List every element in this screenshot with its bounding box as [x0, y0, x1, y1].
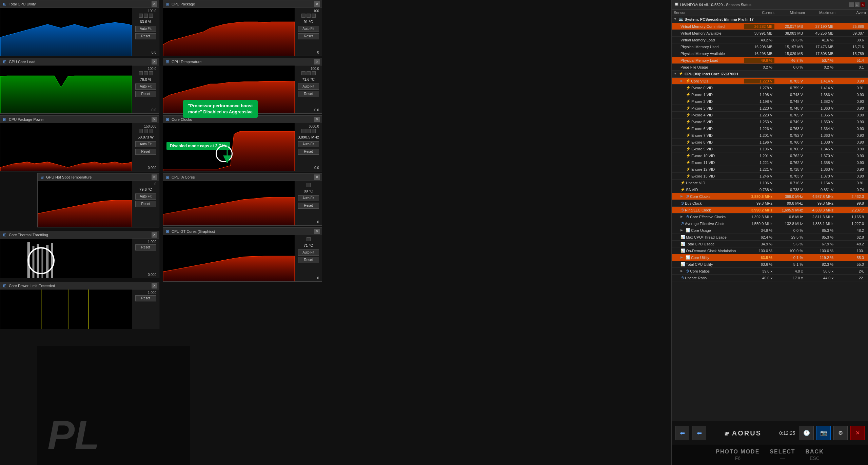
core-effective-clocks-row[interactable]: ▶ ⏱Core Effective Clocks 1,392.3 MHz 0.8… [672, 213, 868, 220]
core-eff-clocks-expand[interactable]: ▶ [680, 215, 685, 219]
core-usage-expand[interactable]: ▶ [680, 228, 685, 232]
check3[interactable] [149, 71, 153, 75]
gpu-core-load-close[interactable]: ✕ [152, 59, 157, 64]
gpu-hotspot-titlebar[interactable]: ⊞ GPU Hot Spot Temperature ✕ [38, 173, 159, 181]
physical-memory-used-row[interactable]: Physical Memory Used 16,208 MB 15,197 MB… [672, 43, 868, 50]
cpu-expand-icon[interactable]: ▼ [674, 72, 678, 76]
check3[interactable] [149, 129, 153, 133]
footer-close-btn[interactable]: ✕ [850, 426, 865, 440]
pcore5-vid-row[interactable]: ⚡P-core 5 VID 1.253 V 0.749 V 1.350 V 0.… [672, 118, 868, 125]
cpu-gt-cores-autofit[interactable]: Auto Fit [298, 249, 319, 256]
average-effective-clock-row[interactable]: ⏱Average Effective Clock 1,550.0 MHz 132… [672, 220, 868, 227]
gpu-temperature-close[interactable]: ✕ [314, 59, 320, 64]
cpu-package-titlebar[interactable]: ⊞ CPU Package ✕ [163, 0, 322, 8]
gpu-core-load-autofit[interactable]: Auto Fit [135, 83, 156, 90]
core-clocks-close[interactable]: ✕ [314, 117, 320, 122]
check2[interactable] [307, 71, 311, 75]
ia-check[interactable] [307, 183, 311, 187]
footer-back-btn[interactable]: ⬅ [675, 426, 689, 440]
cpu-gt-cores-titlebar[interactable]: ⊞ CPU GT Cores (Graphics) ✕ [163, 228, 322, 235]
total-cpu-utility-close[interactable]: ✕ [152, 1, 157, 7]
bus-clock-row[interactable]: ⏱Bus Clock 99.8 MHz 99.8 MHz 99.8 MHz 99… [672, 200, 868, 207]
footer-prev-btn[interactable]: ⬅ [692, 426, 706, 440]
core-clocks-sensor-expand[interactable]: ▶ [680, 194, 685, 199]
core-usage-row[interactable]: ▶ 📊Core Usage 34.9 % 0.0 % 85.3 % 48.2 [672, 227, 868, 234]
pcore3-vid-row[interactable]: ⚡P-core 3 VID 1.223 V 0.748 V 1.363 V 0.… [672, 105, 868, 112]
system-expand-icon[interactable]: ▼ [674, 17, 678, 21]
check2[interactable] [144, 71, 148, 75]
check1[interactable] [301, 14, 305, 18]
virtual-memory-committed-row[interactable]: Virtual Memory Committed 26,282 MB 20,01… [672, 23, 868, 30]
ecore8-vid-row[interactable]: ⚡E-core 8 VID 1.196 V 0.760 V 1.338 V 0.… [672, 139, 868, 146]
core-utility-expand[interactable]: ▶ [680, 256, 685, 260]
check1[interactable] [139, 129, 143, 133]
check2[interactable] [144, 14, 148, 18]
core-ratios-expand[interactable]: ▶ [680, 269, 685, 273]
hwinfo-sensor-table[interactable]: ▼ 💻 System: PCSpecialist Elimina Pro Iii… [672, 16, 868, 421]
ecore6-vid-row[interactable]: ⚡E-core 6 VID 1.226 V 0.763 V 1.364 V 0.… [672, 125, 868, 132]
virtual-memory-available-row[interactable]: Virtual Memory Available 38,991 MB 38,08… [672, 30, 868, 37]
total-cpu-usage-row[interactable]: 📊Total CPU Usage 34.9 % 5.6 % 67.9 % 48.… [672, 241, 868, 247]
gpu-temperature-autofit[interactable]: Auto Fit [298, 83, 319, 90]
check3[interactable] [312, 71, 316, 75]
cpu-package-reset[interactable]: Reset [298, 33, 319, 39]
core-thermal-throttling-titlebar[interactable]: ⊞ Core Thermal Throttling ✕ [0, 231, 159, 239]
check2[interactable] [307, 129, 311, 133]
check3[interactable] [312, 14, 316, 18]
check1[interactable] [139, 14, 143, 18]
gpu-temperature-titlebar[interactable]: ⊞ GPU Temperature ✕ [163, 58, 322, 66]
hwinfo-titlebar[interactable]: 🔲 HWiNFO® 64 v8.10-5520 - Sensors Status… [672, 0, 868, 10]
hwinfo-minimize-btn[interactable]: — [849, 2, 854, 7]
ecore12-vid-row[interactable]: ⚡E-core 12 VID 1.221 V 0.718 V 1.363 V 0… [672, 166, 868, 173]
on-demand-modulation-row[interactable]: 📊On-Demand Clock Modulation 100.0 % 100.… [672, 247, 868, 254]
check3[interactable] [149, 14, 153, 18]
virtual-memory-load-row[interactable]: Virtual Memory Load 40.2 % 30.6 % 41.6 %… [672, 37, 868, 43]
ecore13-vid-row[interactable]: ⚡E-core 13 VID 1.246 V 0.703 V 1.370 V 0… [672, 173, 868, 180]
cpu-package-close[interactable]: ✕ [314, 1, 320, 7]
core-thermal-throttling-close[interactable]: ✕ [152, 232, 157, 238]
cpu-ia-cores-reset[interactable]: Reset [298, 203, 319, 209]
gpu-core-load-reset[interactable]: Reset [135, 91, 156, 97]
pcore0-vid-row[interactable]: ⚡P-core 0 VID 1.278 V 0.759 V 1.414 V 0.… [672, 85, 868, 91]
footer-screenshot-btn[interactable]: 📷 [816, 426, 831, 440]
physical-memory-available-row[interactable]: Physical Memory Available 16,298 MB 15,0… [672, 50, 868, 57]
physical-memory-load-row[interactable]: Physical Memory Load 49.8 % 46.7 % 53.7 … [672, 57, 868, 64]
core-vids-row[interactable]: ▶ ⚡ Core VIDs 1.220 V 0.703 V 1.414 V 0.… [672, 78, 868, 85]
core-thermal-throttling-reset[interactable]: Reset [135, 244, 156, 250]
cpu-package-power-close[interactable]: ✕ [152, 117, 157, 122]
check1[interactable] [301, 71, 305, 75]
cpu-gt-cores-reset[interactable]: Reset [298, 257, 319, 263]
pcore4-vid-row[interactable]: ⚡P-core 4 VID 1.223 V 0.765 V 1.355 V 0.… [672, 112, 868, 118]
pcore2-vid-row[interactable]: ⚡P-core 2 VID 1.198 V 0.748 V 1.382 V 0.… [672, 98, 868, 105]
check2[interactable] [307, 14, 311, 18]
page-file-usage-row[interactable]: Page File Usage 0.2 % 0.0 % 0.2 % 0.1 [672, 64, 868, 71]
sa-vid-row[interactable]: ⚡SA VID 0.738 V 0.738 V 0.851 V 0.74 [672, 186, 868, 193]
ring-llc-clock-row[interactable]: ⏱Ring/LLC Clock 3,990.2 MHz 1,695.9 MHz … [672, 207, 868, 213]
cpu-package-power-reset[interactable]: Reset [135, 149, 156, 155]
check2[interactable] [144, 129, 148, 133]
cpu-gt-cores-close[interactable]: ✕ [314, 229, 320, 234]
core-vids-expand[interactable]: ▶ [680, 79, 685, 83]
cpu-ia-cores-autofit[interactable]: Auto Fit [298, 195, 319, 201]
cpu-ia-cores-titlebar[interactable]: ⊞ CPU IA Cores ✕ [163, 173, 322, 181]
cpu-utility-reset[interactable]: Reset [135, 33, 156, 39]
cpu-utility-autofit[interactable]: Auto Fit [135, 26, 156, 32]
max-cpu-thread-row[interactable]: 📊Max CPU/Thread Usage 62.4 % 29.5 % 85.3… [672, 234, 868, 241]
cpu-package-power-titlebar[interactable]: ⊞ CPU Package Power ✕ [0, 116, 159, 123]
total-cpu-utility-sensor-row[interactable]: 📊Total CPU Utility 63.6 % 5.1 % 82.3 % 5… [672, 261, 868, 268]
core-power-limit-reset[interactable]: Reset [135, 295, 156, 301]
gpu-hotspot-close[interactable]: ✕ [152, 174, 157, 180]
total-cpu-utility-titlebar[interactable]: ⊞ Total CPU Utility ✕ [0, 0, 159, 8]
cpu-package-autofit[interactable]: Auto Fit [298, 26, 319, 32]
check1[interactable] [301, 129, 305, 133]
core-utility-row[interactable]: ▶ 📊Core Utility 63.5 % 0.1 % 119.2 % 55.… [672, 254, 868, 261]
ecore11-vid-row[interactable]: ⚡E-core 11 VID 1.221 V 0.762 V 1.358 V 0… [672, 159, 868, 166]
hwinfo-maximize-btn[interactable]: □ [855, 2, 860, 7]
pcore1-vid-row[interactable]: ⚡P-core 1 VID 1.198 V 0.748 V 1.386 V 0.… [672, 91, 868, 98]
footer-settings-btn[interactable]: ⚙ [833, 426, 848, 440]
core-power-limit-titlebar[interactable]: ⊞ Core Power Limit Exceeded ✕ [0, 282, 159, 290]
uncore-ratio-row[interactable]: ⏱Uncore Ratio 40.0 x 17.0 x 44.0 x 22. [672, 275, 868, 281]
gpu-hotspot-autofit[interactable]: Auto Fit [135, 193, 156, 200]
core-clocks-reset[interactable]: Reset [298, 149, 319, 155]
gpu-temperature-reset[interactable]: Reset [298, 91, 319, 97]
